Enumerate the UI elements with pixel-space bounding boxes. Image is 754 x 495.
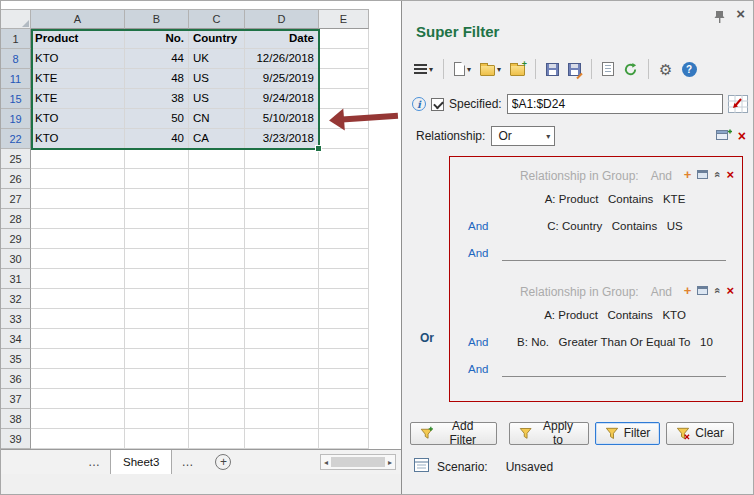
cell-E11[interactable] [319,69,369,89]
cell-E34[interactable] [319,329,369,349]
cell-D31[interactable] [245,269,319,289]
row-header-8[interactable]: 8 [1,49,31,69]
condition-relation[interactable]: And [468,220,488,232]
cell-E27[interactable] [319,189,369,209]
cell-C15[interactable]: US [189,89,245,109]
cell-C36[interactable] [189,369,245,389]
prev-sheets-ellipsis[interactable]: … [79,455,110,469]
cell-C37[interactable] [189,389,245,409]
condition-row[interactable]: AndC: Country Contains US [456,214,736,241]
cell-A34[interactable] [31,329,125,349]
condition-relation[interactable]: And [468,336,488,348]
scrollbar-thumb[interactable] [331,457,385,467]
manage-scenario-icon[interactable] [600,58,616,80]
cell-B26[interactable] [125,169,189,189]
add-sheet-button[interactable]: + [215,454,231,470]
cell-C33[interactable] [189,309,245,329]
condition-row[interactable]: And [456,357,736,384]
cell-C38[interactable] [189,409,245,429]
scenario-icon[interactable] [414,458,429,475]
cell-C27[interactable] [189,189,245,209]
delete-group-icon[interactable]: × [726,284,734,297]
cell-A1[interactable]: Product [31,29,125,49]
cell-E33[interactable] [319,309,369,329]
cell-E29[interactable] [319,229,369,249]
sheet-tab-sheet3[interactable]: Sheet3 [110,450,172,474]
pin-icon[interactable] [714,10,725,27]
filter-button[interactable]: Filter [595,422,661,445]
cell-D27[interactable] [245,189,319,209]
empty-condition-line[interactable] [502,260,726,261]
duplicate-group-icon[interactable] [697,170,708,179]
cell-A29[interactable] [31,229,125,249]
range-picker-icon[interactable] [728,95,748,113]
cell-C8[interactable]: UK [189,49,245,69]
cell-C19[interactable]: CN [189,109,245,129]
cell-E35[interactable] [319,349,369,369]
add-condition-icon[interactable]: + [684,168,692,181]
cell-D11[interactable]: 9/25/2019 [245,69,319,89]
cell-C28[interactable] [189,209,245,229]
cell-D19[interactable]: 5/10/2018 [245,109,319,129]
row-header-1[interactable]: 1 [1,29,31,49]
cell-B27[interactable] [125,189,189,209]
col-header-D[interactable]: D [245,9,319,29]
cell-C26[interactable] [189,169,245,189]
cell-E1[interactable] [319,29,369,49]
cell-E30[interactable] [319,249,369,269]
select-all-corner[interactable] [1,9,31,29]
condition-text[interactable]: A: Product Contains KTE [500,193,730,205]
settings-gear-icon[interactable]: ⚙ [657,58,674,80]
cell-B31[interactable] [125,269,189,289]
condition-relation[interactable]: And [468,247,488,259]
cell-E38[interactable] [319,409,369,429]
cell-C35[interactable] [189,349,245,369]
cell-D1[interactable]: Date [245,29,319,49]
save-as-scenario-icon[interactable] [566,58,583,80]
new-setting-icon[interactable]: ▾ [452,58,473,80]
clear-button[interactable]: Clear [666,422,734,445]
cell-D30[interactable] [245,249,319,269]
open-setting-icon[interactable]: ▾ [478,58,503,80]
cell-A11[interactable]: KTE [31,69,125,89]
cell-D15[interactable]: 9/24/2018 [245,89,319,109]
condition-text[interactable]: C: Country Contains US [500,220,730,232]
empty-condition-line[interactable] [502,376,726,377]
cell-A22[interactable]: KTO [31,129,125,149]
cell-C32[interactable] [189,289,245,309]
collapse-group-icon[interactable]: « [712,171,723,177]
collapse-group-icon[interactable]: « [712,287,723,293]
cell-D38[interactable] [245,409,319,429]
add-group-icon[interactable] [716,128,732,144]
condition-row[interactable]: A: Product Contains KTO [456,303,736,330]
cell-A38[interactable] [31,409,125,429]
cell-B15[interactable]: 38 [125,89,189,109]
cell-A26[interactable] [31,169,125,189]
cell-E32[interactable] [319,289,369,309]
open-recent-icon[interactable] [508,58,527,80]
cell-A27[interactable] [31,189,125,209]
cell-A30[interactable] [31,249,125,269]
cell-B22[interactable]: 40 [125,129,189,149]
cell-A36[interactable] [31,369,125,389]
cell-C34[interactable] [189,329,245,349]
cell-A35[interactable] [31,349,125,369]
cell-D26[interactable] [245,169,319,189]
cell-E25[interactable] [319,149,369,169]
row-header-37[interactable]: 37 [1,389,31,409]
relationship-select[interactable]: Or ▾ [491,126,555,146]
cell-C25[interactable] [189,149,245,169]
row-header-34[interactable]: 34 [1,329,31,349]
group-relationship-value[interactable]: And [651,285,672,299]
cell-B11[interactable]: 48 [125,69,189,89]
cell-D34[interactable] [245,329,319,349]
cell-D32[interactable] [245,289,319,309]
condition-row[interactable]: And [456,241,736,268]
cell-C22[interactable]: CA [189,129,245,149]
cell-E37[interactable] [319,389,369,409]
cell-D8[interactable]: 12/26/2018 [245,49,319,69]
cell-C31[interactable] [189,269,245,289]
add-condition-icon[interactable]: + [684,284,692,297]
cell-E26[interactable] [319,169,369,189]
cell-B30[interactable] [125,249,189,269]
